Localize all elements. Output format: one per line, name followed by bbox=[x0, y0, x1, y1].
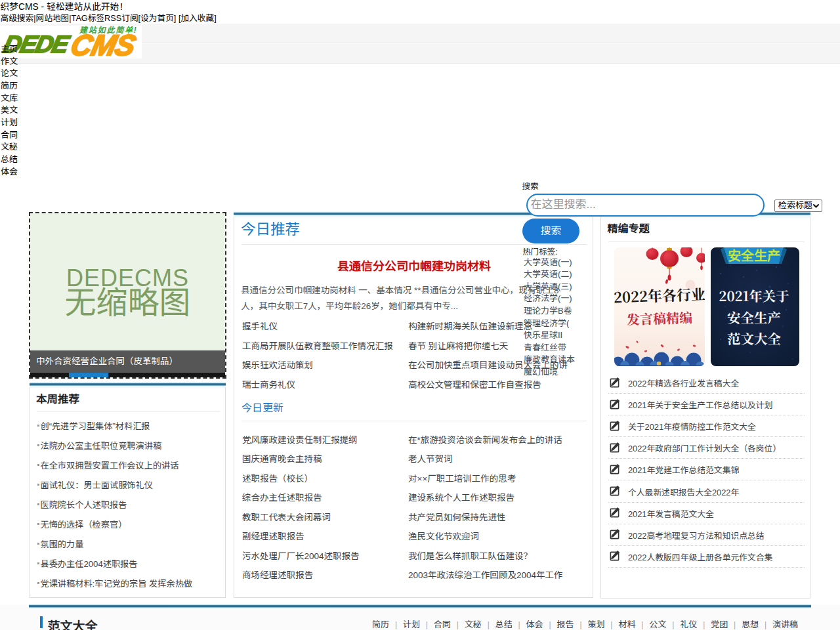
svg-text:2022年各行业: 2022年各行业 bbox=[614, 284, 705, 307]
svg-text:安全生产: 安全生产 bbox=[727, 307, 781, 327]
svg-text:发言稿精编: 发言稿精编 bbox=[626, 307, 692, 328]
svg-text:2021年关于: 2021年关于 bbox=[719, 285, 789, 305]
svg-text:安全生产: 安全生产 bbox=[728, 247, 780, 264]
svg-text:建站如此简单!: 建站如此简单! bbox=[79, 26, 138, 35]
svg-text:范文大全: 范文大全 bbox=[727, 328, 781, 348]
